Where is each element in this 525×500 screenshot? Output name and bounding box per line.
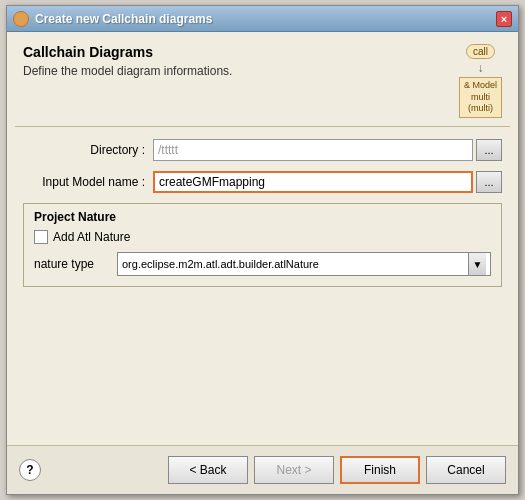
header-title: Callchain Diagrams — [23, 44, 451, 60]
nature-type-label: nature type — [34, 257, 109, 271]
nature-type-row: nature type org.eclipse.m2m.atl.adt.buil… — [34, 252, 491, 276]
add-atl-nature-row: Add Atl Nature — [34, 230, 491, 244]
input-model-row: Input Model name : ... — [23, 171, 502, 193]
input-model-browse-button[interactable]: ... — [476, 171, 502, 193]
cancel-button[interactable]: Cancel — [426, 456, 506, 484]
next-button[interactable]: Next > — [254, 456, 334, 484]
close-button[interactable]: × — [496, 11, 512, 27]
button-bar: ? < Back Next > Finish Cancel — [7, 445, 518, 494]
diagram-arrow-icon: ↓ — [477, 61, 483, 75]
nature-type-value: org.eclipse.m2m.atl.adt.builder.atlNatur… — [122, 258, 319, 270]
project-nature-group: Project Nature Add Atl Nature nature typ… — [23, 203, 502, 287]
directory-input[interactable] — [153, 139, 473, 161]
back-button[interactable]: < Back — [168, 456, 248, 484]
titlebar-left: Create new Callchain diagrams — [13, 11, 212, 27]
directory-label: Directory : — [23, 143, 153, 157]
nature-type-select[interactable]: org.eclipse.m2m.atl.adt.builder.atlNatur… — [117, 252, 491, 276]
help-button[interactable]: ? — [19, 459, 41, 481]
input-model-label: Input Model name : — [23, 175, 153, 189]
directory-row: Directory : ... — [23, 139, 502, 161]
titlebar: Create new Callchain diagrams × — [7, 6, 518, 32]
header-area: Callchain Diagrams Define the model diag… — [7, 32, 518, 126]
form-area: Directory : ... Input Model name : ... P… — [7, 127, 518, 309]
spacer — [7, 309, 518, 445]
callchain-diagram-icon: call ↓ & Model multi (multi) — [459, 44, 502, 118]
group-label: Project Nature — [34, 210, 491, 224]
header-subtitle: Define the model diagram informations. — [23, 64, 451, 78]
window-title: Create new Callchain diagrams — [35, 12, 212, 26]
directory-browse-button[interactable]: ... — [476, 139, 502, 161]
header-text: Callchain Diagrams Define the model diag… — [23, 44, 451, 78]
dialog-content: Callchain Diagrams Define the model diag… — [7, 32, 518, 494]
diagram-call-label: call — [466, 44, 495, 59]
titlebar-icon — [13, 11, 29, 27]
main-window: Create new Callchain diagrams × Callchai… — [6, 5, 519, 495]
diagram-model-label: & Model multi (multi) — [459, 77, 502, 118]
dropdown-arrow-icon[interactable]: ▼ — [468, 253, 486, 275]
input-model-input[interactable] — [153, 171, 473, 193]
finish-button[interactable]: Finish — [340, 456, 420, 484]
add-atl-nature-label: Add Atl Nature — [53, 230, 130, 244]
add-atl-nature-checkbox[interactable] — [34, 230, 48, 244]
